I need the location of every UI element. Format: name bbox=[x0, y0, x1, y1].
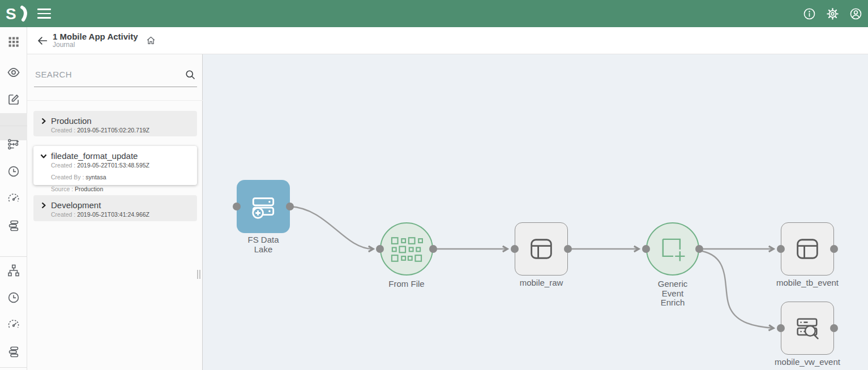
gauge-icon[interactable] bbox=[7, 318, 20, 332]
flow-edge bbox=[290, 206, 373, 249]
left-icon-rail bbox=[0, 27, 27, 370]
svg-text:S: S bbox=[6, 5, 16, 23]
node-generic-event-enrich[interactable] bbox=[646, 222, 699, 276]
flow-edges-layer bbox=[203, 54, 868, 370]
pipeline-icon[interactable] bbox=[7, 137, 20, 151]
panel-divider bbox=[27, 100, 203, 101]
node-label: mobile_raw bbox=[502, 278, 581, 288]
from-file-icon bbox=[390, 236, 423, 263]
journal-item-meta: Created : 2019-05-22T01:53:48.595Z bbox=[51, 161, 197, 170]
flow-canvas[interactable]: FS Data Lake From File mobile_raw Gene bbox=[203, 54, 868, 370]
journal-edit-icon[interactable] bbox=[7, 93, 20, 106]
node-label: FS Data Lake bbox=[238, 235, 289, 254]
search-field bbox=[34, 67, 197, 87]
apps-icon[interactable] bbox=[7, 35, 20, 49]
journal-list-panel: Production Created : 2019-05-21T05:02:20… bbox=[27, 54, 203, 370]
journal-item-production[interactable]: Production Created : 2019-05-21T05:02:20… bbox=[33, 111, 197, 136]
chevron-right-icon[interactable] bbox=[40, 118, 47, 124]
account-icon[interactable] bbox=[849, 7, 862, 20]
search-icon[interactable] bbox=[185, 69, 196, 80]
journal-item-name: filedate_format_update bbox=[51, 151, 138, 161]
rail-divider bbox=[0, 367, 27, 368]
home-icon[interactable] bbox=[146, 35, 156, 46]
journal-header: 1 Mobile App Activity Journal bbox=[27, 27, 868, 54]
page-subtitle: Journal bbox=[53, 41, 138, 49]
info-icon[interactable] bbox=[803, 7, 816, 20]
journal-item-meta: Created : 2019-05-21T03:41:24.966Z bbox=[51, 210, 197, 219]
layers-icon[interactable] bbox=[7, 219, 20, 233]
clock-icon[interactable] bbox=[7, 165, 20, 178]
rail-selected-highlight bbox=[0, 113, 27, 140]
flow-edge bbox=[699, 251, 773, 328]
node-fs-data-lake[interactable] bbox=[237, 180, 290, 233]
rail-divider bbox=[0, 256, 27, 257]
search-input[interactable] bbox=[34, 69, 178, 80]
schema-icon[interactable] bbox=[7, 264, 20, 277]
journal-item-meta: Created : 2019-05-21T05:02:20.719Z bbox=[51, 126, 197, 135]
node-label: mobile_vw_event bbox=[765, 358, 850, 367]
rail-divider bbox=[0, 126, 27, 126]
syntasa-logo-icon[interactable]: S bbox=[5, 4, 31, 23]
node-label: From File bbox=[373, 279, 441, 289]
node-label: mobile_tb_event bbox=[765, 278, 850, 288]
top-app-bar: S bbox=[0, 0, 868, 27]
eye-icon[interactable] bbox=[7, 66, 20, 79]
clock-icon[interactable] bbox=[7, 291, 20, 304]
node-mobile-tb-event[interactable] bbox=[781, 222, 834, 276]
table-icon bbox=[527, 234, 556, 264]
view-search-icon bbox=[793, 313, 822, 343]
node-label: Generic Event Enrich bbox=[647, 279, 698, 308]
page-title: 1 Mobile App Activity bbox=[53, 32, 138, 41]
back-arrow-icon[interactable] bbox=[36, 35, 49, 47]
node-mobile-vw-event[interactable] bbox=[781, 302, 834, 355]
journal-item-meta: Source : Production bbox=[51, 185, 197, 193]
event-enrich-icon bbox=[656, 232, 690, 266]
settings-gear-icon[interactable] bbox=[826, 7, 839, 20]
data-lake-icon bbox=[249, 192, 277, 221]
journal-item-filedate-format-update[interactable]: filedate_format_update Created : 2019-05… bbox=[33, 146, 197, 185]
node-from-file[interactable] bbox=[380, 222, 433, 276]
journal-item-development[interactable]: Development Created : 2019-05-21T03:41:2… bbox=[33, 195, 197, 221]
node-mobile-raw[interactable] bbox=[515, 222, 568, 276]
journal-item-name: Development bbox=[51, 200, 101, 210]
panel-resize-handle[interactable] bbox=[197, 270, 202, 279]
table-icon bbox=[793, 234, 822, 264]
chevron-right-icon[interactable] bbox=[40, 202, 47, 209]
menu-hamburger-icon[interactable] bbox=[37, 8, 51, 19]
journal-item-meta: Created By : syntasa bbox=[51, 173, 197, 182]
journal-item-name: Production bbox=[51, 116, 92, 126]
chevron-down-icon[interactable] bbox=[40, 153, 47, 160]
gauge-icon[interactable] bbox=[7, 192, 20, 205]
layers-icon[interactable] bbox=[7, 345, 20, 359]
